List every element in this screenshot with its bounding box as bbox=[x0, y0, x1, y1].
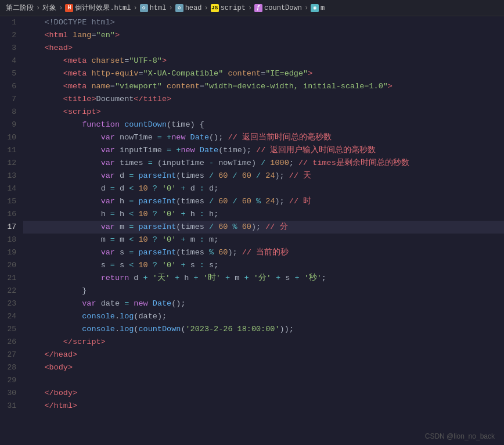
code-line-19: 19 var s = parseInt(times % 60); // 当前的秒 bbox=[0, 246, 504, 259]
breadcrumb-item-4[interactable]: ◇ html bbox=[140, 4, 167, 12]
code-line-1: 1 <!DOCTYPE html> bbox=[0, 16, 504, 29]
code-line-22: 22 } bbox=[0, 285, 504, 297]
head-tag-icon: ◇ bbox=[175, 4, 183, 12]
code-line-7: 7 <title>Document</title> bbox=[0, 93, 504, 106]
code-line-25: 25 console.log(countDown('2023-2-26 18:0… bbox=[0, 323, 504, 336]
code-line-4: 4 <meta charset="UTF-8"> bbox=[0, 55, 504, 67]
code-line-16: 16 h = h < 10 ? '0' + h : h; bbox=[0, 208, 504, 221]
code-line-27: 27 </head> bbox=[0, 349, 504, 361]
code-line-31: 31 </html> bbox=[0, 400, 504, 412]
watermark: CSDN @lion_no_back bbox=[425, 432, 495, 440]
breadcrumb-item-3[interactable]: H 倒计时效果.html bbox=[65, 3, 131, 13]
code-line-15: 15 var h = parseInt(times / 60 / 60 % 24… bbox=[0, 195, 504, 208]
breadcrumb-item-8[interactable]: ◉ m bbox=[311, 4, 325, 12]
code-line-10: 10 var nowTime = +new Date(); // 返回当前时间总… bbox=[0, 131, 504, 144]
code-line-18: 18 m = m < 10 ? '0' + m : m; bbox=[0, 234, 504, 246]
code-line-13: 13 var d = parseInt(times / 60 / 60 / 24… bbox=[0, 170, 504, 182]
code-line-8: 8 <script> bbox=[0, 106, 504, 119]
code-line-29: 29 bbox=[0, 374, 504, 387]
html-file-icon: H bbox=[65, 4, 73, 12]
code-line-5: 5 <meta http-equiv="X-UA-Compatible" con… bbox=[0, 67, 504, 80]
code-line-14: 14 d = d < 10 ? '0' + d : d; bbox=[0, 182, 504, 195]
code-line-30: 30 </body> bbox=[0, 387, 504, 400]
code-line-24: 24 console.log(date); bbox=[0, 310, 504, 323]
code-line-21: 21 return d + '天' + h + '时' + m + '分' + … bbox=[0, 272, 504, 285]
code-line-23: 23 var date = new Date(); bbox=[0, 297, 504, 310]
code-line-12: 12 var times = (inputTime - nowTime) / 1… bbox=[0, 157, 504, 170]
breadcrumb-item-2[interactable]: 对象 bbox=[42, 3, 56, 13]
code-editor[interactable]: 1 <!DOCTYPE html> 2 <html lang="en"> 3 <… bbox=[0, 16, 504, 445]
breadcrumb: 第二阶段 › 对象 › H 倒计时效果.html › ◇ html › ◇ he… bbox=[0, 0, 504, 16]
code-line-20: 20 s = s < 10 ? '0' + s : s; bbox=[0, 259, 504, 272]
code-line-6: 6 <meta name="viewport" content="width=d… bbox=[0, 80, 504, 93]
code-line-17: 17 var m = parseInt(times / 60 % 60); //… bbox=[0, 221, 504, 234]
code-line-2: 2 <html lang="en"> bbox=[0, 29, 504, 42]
breadcrumb-item-5[interactable]: ◇ head bbox=[175, 4, 202, 12]
breadcrumb-item-6[interactable]: JS script bbox=[211, 4, 246, 12]
breadcrumb-item-7[interactable]: ƒ countDown bbox=[254, 4, 302, 12]
code-line-28: 28 <body> bbox=[0, 361, 504, 374]
code-line-9: 9 function countDown(time) { bbox=[0, 119, 504, 131]
variable-icon: ◉ bbox=[311, 4, 319, 12]
code-line-11: 11 var inputTime = +new Date(time); // 返… bbox=[0, 144, 504, 157]
code-line-26: 26 </script> bbox=[0, 336, 504, 349]
code-line-3: 3 <head> bbox=[0, 42, 504, 55]
html-tag-icon: ◇ bbox=[140, 4, 148, 12]
script-tag-icon: JS bbox=[211, 4, 219, 12]
breadcrumb-item-1[interactable]: 第二阶段 bbox=[6, 3, 34, 13]
function-icon: ƒ bbox=[254, 4, 262, 12]
